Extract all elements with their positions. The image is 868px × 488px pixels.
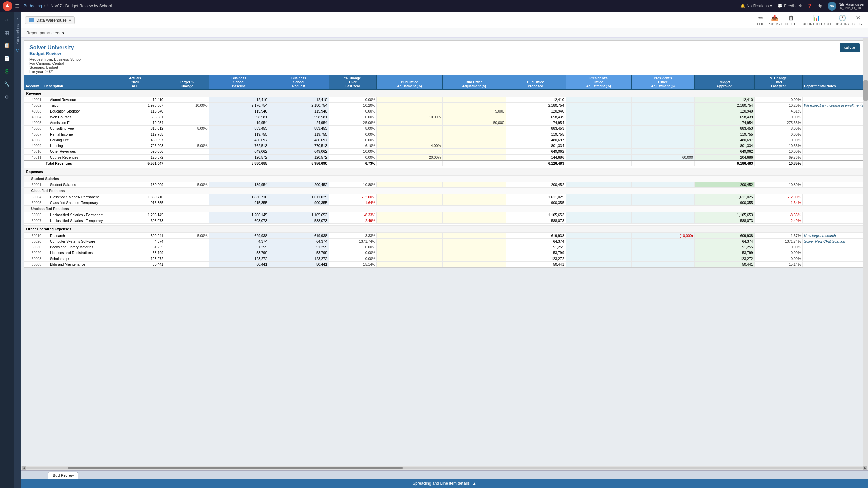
data-warehouse-btn[interactable]: Data Warehouse ▾: [25, 16, 75, 24]
table-row: 50030Books and Library Materias51,25551,…: [24, 244, 865, 250]
sidebar-icon-docs[interactable]: 📄: [1, 52, 13, 64]
table-cell: 1,105,653: [506, 212, 566, 218]
table-cell: [631, 182, 694, 188]
table-row: 60005Classified Salaries- Temporary915,3…: [24, 200, 865, 206]
delete-btn[interactable]: 🗑 DELETE: [785, 15, 798, 26]
table-cell: [165, 212, 209, 218]
vertical-scrollbar[interactable]: [863, 38, 868, 466]
report-area[interactable]: Solver University Budget Review Request …: [21, 38, 868, 466]
table-cell: [803, 262, 865, 267]
scroll-right-btn[interactable]: ▶: [863, 466, 867, 470]
budget-table: Account Description Actuals2020ALL Targe…: [24, 75, 865, 267]
table-cell: 200,452: [694, 182, 754, 188]
table-cell: 53,799: [506, 250, 566, 256]
table-cell: 801,334: [694, 143, 754, 149]
h-scroll-thumb[interactable]: [68, 467, 402, 469]
table-cell: 1,830,710: [209, 194, 269, 200]
report-university: Solver University: [29, 45, 860, 51]
export-btn[interactable]: 📊 EXPORT TO EXCEL: [801, 14, 832, 26]
table-cell: 0.00%: [329, 155, 377, 161]
table-cell: 883,453: [269, 126, 329, 131]
data-warehouse-icon: [29, 18, 34, 22]
table-row: 50010Research599,9415.00%629,938619,9383…: [24, 233, 865, 239]
table-cell: 115,940: [269, 108, 329, 114]
feedback-btn[interactable]: 💬 Feedback: [777, 4, 802, 8]
table-cell: 119,755: [506, 131, 566, 137]
table-cell: -12.00%: [754, 194, 803, 200]
report-params-bar: Report parameters ▾: [21, 28, 868, 38]
report-params-label[interactable]: Report parameters: [26, 30, 60, 35]
table-cell: 40011: [24, 155, 43, 161]
table-cell: [165, 244, 209, 250]
table-cell: 60008: [24, 262, 43, 267]
publish-btn[interactable]: 📤 PUBLISH: [768, 14, 782, 26]
sidebar-icon-tools[interactable]: 🔧: [1, 78, 13, 90]
request-from-val: Business School: [54, 57, 81, 61]
table-cell: [442, 143, 506, 149]
table-cell: 1,611,025: [506, 194, 566, 200]
table-cell: [566, 233, 631, 239]
table-cell: [442, 256, 506, 262]
notifications-btn[interactable]: 🔔 Notifications ▾: [740, 4, 772, 8]
sidebar-icon-reports[interactable]: 📋: [1, 39, 13, 52]
table-cell: 1,206,145: [209, 212, 269, 218]
table-cell: 4,374: [105, 239, 165, 244]
breadcrumb-budgeting[interactable]: Budgeting: [24, 4, 42, 8]
table-cell: [442, 244, 506, 250]
table-cell: Tuition: [43, 103, 105, 108]
table-cell: [442, 200, 506, 206]
filter-icon[interactable]: ⧨: [15, 47, 19, 53]
table-cell: 598,581: [269, 114, 329, 120]
table-cell: [566, 143, 631, 149]
history-label: HISTORY: [835, 22, 850, 26]
h-scroll-track[interactable]: [26, 467, 863, 469]
params-chevron[interactable]: ▾: [62, 31, 64, 35]
table-cell: Alumni Revenue: [43, 97, 105, 103]
table-cell: Consulting Fee: [43, 126, 105, 131]
table-cell: Web Courses: [43, 114, 105, 120]
table-cell: 10.00%: [329, 149, 377, 155]
table-cell: 69.76%: [754, 155, 803, 161]
report-header: Solver University Budget Review Request …: [24, 41, 865, 75]
svg-marker-0: [5, 4, 9, 7]
notif-chevron: ▾: [770, 4, 772, 8]
v-scroll-thumb[interactable]: [863, 80, 868, 101]
breadcrumb: Budgeting › UNIV07 - Budget Review by Sc…: [24, 4, 112, 8]
parameters-panel: › Parameters ⧨: [14, 12, 21, 488]
table-cell: [803, 149, 865, 155]
table-cell: [566, 239, 631, 244]
scroll-left-btn[interactable]: ◀: [22, 466, 26, 470]
table-cell: [377, 137, 442, 143]
table-cell: 50,000: [442, 120, 506, 126]
help-btn[interactable]: ❓ Help: [807, 4, 822, 8]
table-cell: 10.80%: [329, 182, 377, 188]
table-cell: 658,439: [506, 114, 566, 120]
section-header-ooe: Other Operating Expenses: [24, 226, 865, 233]
col-target-pct: Target %Change: [165, 75, 209, 90]
table-cell: 51,255: [506, 244, 566, 250]
tab-bud-review[interactable]: Bud Review: [48, 472, 78, 479]
hamburger-menu[interactable]: ☰: [15, 3, 20, 9]
table-cell: 619,938: [269, 233, 329, 239]
edit-btn[interactable]: ✏ EDIT: [757, 14, 765, 26]
sidebar-icon-home[interactable]: ⌂: [1, 14, 13, 26]
close-btn[interactable]: ✕ CLOSE: [852, 14, 864, 26]
sidebar-icon-settings[interactable]: ⚙: [1, 91, 13, 103]
table-cell: 0.00%: [329, 131, 377, 137]
table-cell: 649,062: [209, 149, 269, 155]
table-cell: Bldg and Maintenance: [43, 262, 105, 267]
table-cell: 50,441: [209, 262, 269, 267]
col-actuals: Actuals2020ALL: [105, 75, 165, 90]
sidebar-icon-grid[interactable]: ▦: [1, 26, 13, 39]
col-po-adj-dol: President'sOfficeAdjustment ($): [631, 75, 694, 90]
table-cell: 115,940: [209, 108, 269, 114]
col-bs-request: BusinessSchoolRequest: [269, 75, 329, 90]
table-cell: 200,452: [506, 182, 566, 188]
bottom-bar[interactable]: Spreading and Line item details ▲: [21, 479, 868, 488]
params-expand-arrow[interactable]: ›: [17, 16, 18, 21]
table-cell: 8.00%: [754, 126, 803, 131]
table-cell: 2,180,754: [694, 103, 754, 108]
sidebar-icon-budget[interactable]: 💲: [1, 65, 13, 77]
user-menu[interactable]: NR Nils Rasmussen 06_Hous_Et_Du...: [828, 2, 865, 11]
history-btn[interactable]: 🕐 HISTORY: [835, 14, 850, 26]
